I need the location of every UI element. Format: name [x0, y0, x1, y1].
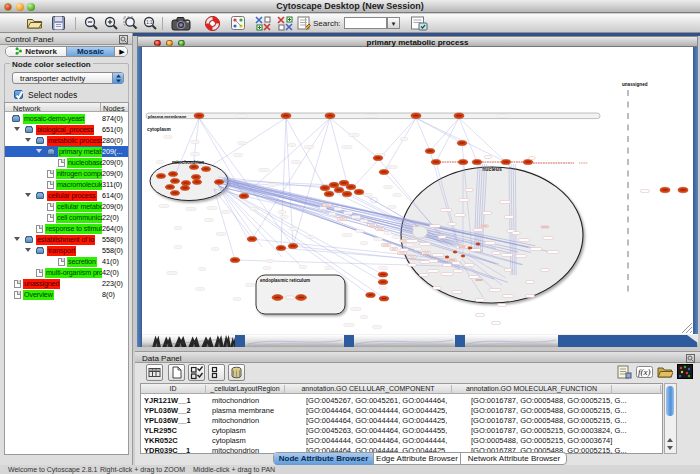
svg-text:cytoplasm: cytoplasm: [147, 127, 171, 132]
svg-text:nucleus: nucleus: [482, 166, 502, 172]
svg-text:endoplasmic reticulum: endoplasmic reticulum: [260, 278, 310, 283]
svg-text:f(x): f(x): [638, 367, 651, 377]
svg-text:1:1: 1:1: [146, 20, 153, 25]
svg-text:unassigned: unassigned: [622, 82, 648, 87]
svg-text:mitochondrion: mitochondrion: [172, 160, 204, 165]
svg-text:plasma membrane: plasma membrane: [148, 114, 187, 119]
